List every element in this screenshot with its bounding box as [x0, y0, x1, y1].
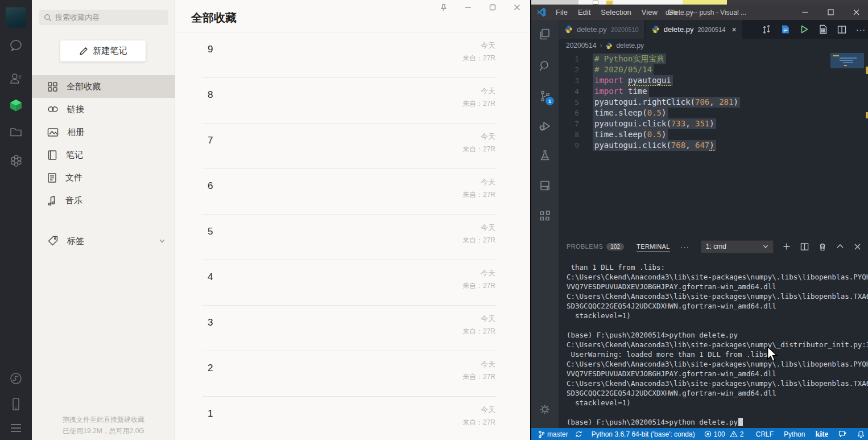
search-box[interactable] — [39, 10, 168, 25]
code-editor[interactable]: 1# Python实用宝典2# 2020/05/143import pyauto… — [559, 52, 868, 238]
sidebar-item-grid[interactable]: 全部收藏 — [32, 75, 175, 98]
branch-indicator[interactable]: master — [538, 430, 568, 438]
status-bar: master Python 3.6.7 64-bit ('base': cond… — [531, 428, 868, 440]
run-debug-icon[interactable] — [531, 112, 559, 140]
breadcrumb-folder[interactable]: 20200514 — [566, 42, 596, 50]
collection-row[interactable]: 6今天来自：27R — [175, 169, 530, 215]
new-note-button[interactable]: 新建笔记 — [60, 40, 146, 61]
preview-icon[interactable] — [819, 24, 828, 34]
kite-indicator[interactable]: kite — [815, 430, 828, 439]
minimize-button[interactable] — [792, 5, 818, 20]
terminal-content[interactable]: than 1 DLL from .libs:C:\Users\Ckend\Ana… — [559, 255, 868, 428]
problems-indicator[interactable]: 100 2 — [704, 430, 744, 438]
collection-row[interactable]: 8今天来自：27R — [175, 78, 530, 124]
close-panel-icon[interactable] — [854, 243, 861, 250]
collection-row[interactable]: 3今天来自：27R — [175, 306, 530, 351]
split-editor-icon[interactable] — [837, 25, 846, 34]
python-file-icon — [651, 25, 660, 34]
editor-tab[interactable]: delete.py20200514× — [646, 20, 742, 39]
language-indicator[interactable]: Python — [784, 430, 805, 438]
breadcrumb-file[interactable]: delete.py — [616, 42, 644, 50]
link-icon — [47, 105, 59, 114]
open-changes-icon[interactable] — [762, 24, 771, 34]
footer-hint: 拖拽文件至此直接新建收藏 — [32, 414, 175, 425]
collection-row[interactable]: 4今天来自：27R — [175, 260, 530, 306]
collection-row[interactable]: 5今天来自：27R — [175, 215, 530, 260]
sidebar-item-tags[interactable]: 标签 — [32, 229, 175, 252]
sidebar-item-label: 全部收藏 — [67, 81, 101, 92]
menu-file[interactable]: File — [552, 5, 572, 20]
notes-window-controls — [435, 1, 526, 14]
sidebar-item-music[interactable]: 音乐 — [32, 189, 175, 212]
line-number: 1 — [559, 54, 579, 64]
avatar[interactable] — [6, 7, 26, 28]
tab-close-icon[interactable]: × — [731, 25, 736, 34]
menu-selection[interactable]: Selection — [597, 5, 635, 20]
split-terminal-icon[interactable] — [800, 242, 809, 251]
gear-icon[interactable] — [531, 395, 559, 423]
eol-indicator[interactable]: CRLF — [756, 430, 774, 438]
collection-row[interactable]: 2今天来自：27R — [175, 351, 530, 397]
scm-badge: 1 — [545, 97, 554, 105]
collection-row[interactable]: 9今天来自：27R — [175, 32, 530, 78]
tab-terminal[interactable]: TERMINAL — [636, 243, 670, 252]
feedback-icon[interactable] — [838, 430, 847, 438]
line-number: 6 — [559, 108, 579, 118]
sync-indicator[interactable] — [575, 430, 582, 438]
phone-icon[interactable] — [7, 396, 24, 413]
app-logo-cube-icon[interactable] — [7, 97, 24, 114]
flower-settings-icon[interactable] — [7, 152, 24, 169]
chevron-down-icon[interactable] — [158, 237, 166, 245]
sidebar-item-photo[interactable]: 相册 — [32, 121, 175, 143]
row-source: 来自：27R — [462, 99, 495, 109]
maximize-button[interactable] — [818, 5, 844, 20]
menu-go[interactable]: Go — [664, 5, 681, 20]
row-meta: 今天来自：27R — [462, 314, 495, 336]
source-control-icon[interactable]: 1 — [531, 82, 559, 110]
new-terminal-icon[interactable] — [783, 242, 791, 250]
menu-[interactable]: ··· — [684, 5, 699, 20]
sidebar-item-file[interactable]: 文件 — [32, 166, 175, 189]
notifications-bell-icon[interactable] — [857, 430, 865, 438]
explorer-icon[interactable] — [531, 20, 559, 48]
tab-problems[interactable]: PROBLEMS 102 — [567, 243, 624, 250]
pin-icon[interactable] — [435, 1, 452, 14]
row-date: 今天 — [462, 359, 495, 369]
panel-actions — [783, 238, 861, 255]
panel-more-icon[interactable]: ··· — [680, 242, 689, 251]
sync-s-icon[interactable] — [7, 370, 24, 387]
sidebar-item-link[interactable]: 链接 — [32, 98, 175, 121]
close-button[interactable] — [844, 5, 868, 20]
collection-row[interactable]: 1今天来自：27R — [175, 397, 530, 440]
background-window-fragment — [531, 0, 868, 5]
extensions-icon[interactable] — [531, 202, 559, 230]
editor-tab[interactable]: delete.py20200510 — [559, 20, 644, 39]
kill-terminal-icon[interactable] — [819, 242, 826, 251]
hamburger-menu-icon[interactable] — [7, 420, 24, 437]
activity-bar: 1 — [531, 20, 559, 428]
search-icon[interactable] — [531, 52, 559, 80]
menu-edit[interactable]: Edit — [574, 5, 594, 20]
maximize-button[interactable] — [484, 1, 501, 14]
folder-icon[interactable] — [7, 124, 24, 141]
maximize-panel-icon[interactable] — [836, 242, 844, 250]
test-flask-icon[interactable] — [531, 141, 559, 170]
minimap[interactable] — [830, 53, 864, 68]
chat-icon[interactable] — [7, 37, 24, 54]
notebook-icon[interactable] — [531, 171, 559, 200]
editor-actions: ··· — [762, 20, 866, 39]
python-interpreter[interactable]: Python 3.6.7 64-bit ('base': conda) — [592, 430, 695, 438]
contacts-icon[interactable] — [7, 70, 24, 87]
menu-view[interactable]: View — [638, 5, 662, 20]
run-file-icon[interactable] — [781, 24, 790, 34]
sidebar-item-note[interactable]: 笔记 — [32, 143, 175, 166]
close-button[interactable] — [509, 1, 526, 14]
collection-row[interactable]: 7今天来自：27R — [175, 124, 530, 169]
page-title: 全部收藏 — [191, 10, 237, 26]
search-input[interactable] — [55, 13, 158, 22]
terminal-line: stacklevel=1) — [567, 311, 868, 320]
minimize-button[interactable] — [460, 1, 477, 14]
terminal-select[interactable]: 1: cmd — [701, 240, 774, 253]
run-python-file-icon[interactable] — [800, 24, 809, 34]
more-actions-icon[interactable]: ··· — [856, 25, 866, 34]
